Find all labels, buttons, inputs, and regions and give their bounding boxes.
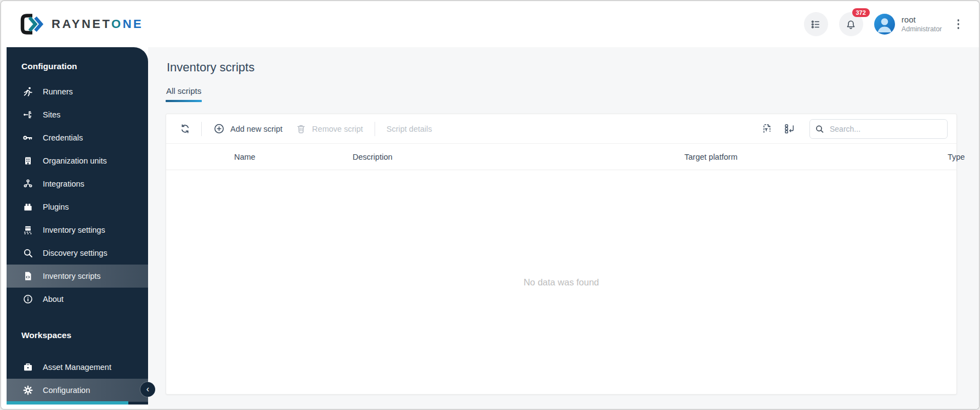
- conveyor-icon: [22, 224, 33, 235]
- plus-circle-icon: [213, 123, 225, 134]
- export-filtered-button[interactable]: [756, 119, 778, 139]
- remove-script-label: Remove script: [312, 125, 363, 133]
- trash-icon: [296, 123, 307, 134]
- sidebar-item-plugins[interactable]: Plugins: [7, 195, 148, 218]
- filter-document-icon: [761, 123, 773, 134]
- bell-icon: [845, 19, 857, 30]
- sidebar-item-label: Organization units: [43, 156, 107, 165]
- integrations-icon: [22, 178, 33, 189]
- search-box: [809, 119, 948, 139]
- toolbar-divider: [375, 122, 375, 136]
- plugin-icon: [22, 201, 33, 212]
- sidebar-item-label: Credentials: [43, 133, 83, 142]
- scripts-panel: Add new script Remove script: [166, 114, 957, 395]
- sidebar-item-label: Sites: [43, 110, 60, 119]
- columns-list-icon: [784, 123, 795, 134]
- topbar: RAYNETONE 372: [1, 1, 979, 47]
- toolbar-divider: [201, 122, 202, 136]
- sidebar-item-credentials[interactable]: Credentials: [7, 126, 148, 149]
- sidebar-heading-configuration: Configuration: [7, 58, 148, 80]
- task-list-icon: [810, 19, 822, 30]
- sidebar-item-about[interactable]: About: [7, 288, 148, 311]
- search-icon: [815, 124, 824, 133]
- sidebar-item-label: Inventory scripts: [43, 272, 101, 280]
- topbar-actions: 372 root Administrator: [804, 12, 964, 36]
- brand-logo: RAYNETONE: [20, 13, 143, 35]
- sidebar-item-organization-units[interactable]: Organization units: [7, 149, 148, 172]
- sidebar-item-inventory-scripts[interactable]: Inventory scripts: [7, 265, 148, 288]
- add-new-script-label: Add new script: [230, 125, 282, 133]
- column-header-name[interactable]: Name: [234, 153, 353, 161]
- add-new-script-button[interactable]: Add new script: [207, 119, 289, 139]
- sidebar-item-label: Plugins: [43, 203, 69, 211]
- page-title: Inventory scripts: [167, 60, 957, 75]
- script-details-label: Script details: [387, 125, 432, 133]
- sidebar: Configuration Runners: [7, 47, 148, 405]
- sidebar-item-label: Integrations: [43, 179, 84, 188]
- brand-logo-icon: [20, 13, 44, 35]
- sidebar-heading-workspaces: Workspaces: [7, 327, 148, 349]
- sidebar-item-asset-management[interactable]: Asset Management: [7, 356, 148, 379]
- column-header-target-platform[interactable]: Target platform: [684, 153, 948, 161]
- briefcase-icon: [22, 362, 33, 373]
- column-header-description[interactable]: Description: [353, 153, 684, 161]
- notifications-button[interactable]: 372: [839, 12, 863, 36]
- user-name: root: [902, 15, 942, 25]
- sidebar-item-label: Runners: [43, 87, 73, 96]
- more-options-button[interactable]: [953, 16, 964, 32]
- sidebar-item-label: Configuration: [43, 386, 90, 395]
- chevron-left-icon: ‹: [146, 385, 149, 394]
- sidebar-item-label: Inventory settings: [43, 226, 105, 234]
- sidebar-item-integrations[interactable]: Integrations: [7, 172, 148, 195]
- notification-count-badge: 372: [852, 8, 870, 17]
- info-icon: [22, 294, 33, 305]
- sidebar-item-discovery-settings[interactable]: Discovery settings: [7, 241, 148, 265]
- runner-icon: [22, 86, 33, 97]
- script-details-button[interactable]: Script details: [380, 120, 439, 138]
- script-file-icon: [22, 271, 33, 282]
- table-header: Name Description Target platform Type: [166, 144, 956, 170]
- user-menu[interactable]: root Administrator: [874, 14, 942, 35]
- sidebar-item-sites[interactable]: Sites: [7, 103, 148, 126]
- task-list-button[interactable]: [804, 12, 828, 36]
- sidebar-item-label: Asset Management: [43, 363, 111, 372]
- key-icon: [22, 132, 33, 143]
- gear-icon: [22, 385, 33, 396]
- refresh-icon: [179, 123, 191, 134]
- user-info: root Administrator: [902, 15, 942, 33]
- choose-columns-button[interactable]: [778, 119, 801, 139]
- sidebar-item-configuration[interactable]: Configuration: [7, 379, 148, 402]
- search-input[interactable]: [809, 119, 948, 139]
- tab-bar: All scripts: [166, 86, 957, 102]
- refresh-button[interactable]: [174, 119, 196, 139]
- app-window: RAYNETONE 372: [0, 0, 980, 410]
- sidebar-item-label: About: [43, 295, 64, 304]
- scripts-toolbar: Add new script Remove script: [166, 114, 956, 144]
- remove-script-button[interactable]: Remove script: [289, 119, 370, 139]
- brand-logo-text: RAYNETONE: [52, 17, 143, 31]
- sidebar-item-inventory-settings[interactable]: Inventory settings: [7, 218, 148, 241]
- sidebar-item-label: Discovery settings: [43, 249, 107, 257]
- building-icon: [22, 155, 33, 166]
- avatar: [874, 14, 895, 35]
- active-tab-underline: [166, 100, 202, 102]
- main-content: Inventory scripts All scripts: [148, 47, 979, 409]
- sites-icon: [22, 109, 33, 120]
- magnifier-icon: [22, 248, 33, 259]
- empty-state-message: No data was found: [166, 170, 956, 394]
- user-role: Administrator: [902, 25, 942, 34]
- column-header-type[interactable]: Type: [948, 153, 968, 161]
- body: Configuration Runners: [1, 47, 979, 409]
- tab-all-scripts[interactable]: All scripts: [166, 86, 202, 102]
- tab-label: All scripts: [166, 86, 202, 96]
- sidebar-item-runners[interactable]: Runners: [7, 80, 148, 103]
- sidebar-collapse-button[interactable]: ‹: [140, 382, 155, 397]
